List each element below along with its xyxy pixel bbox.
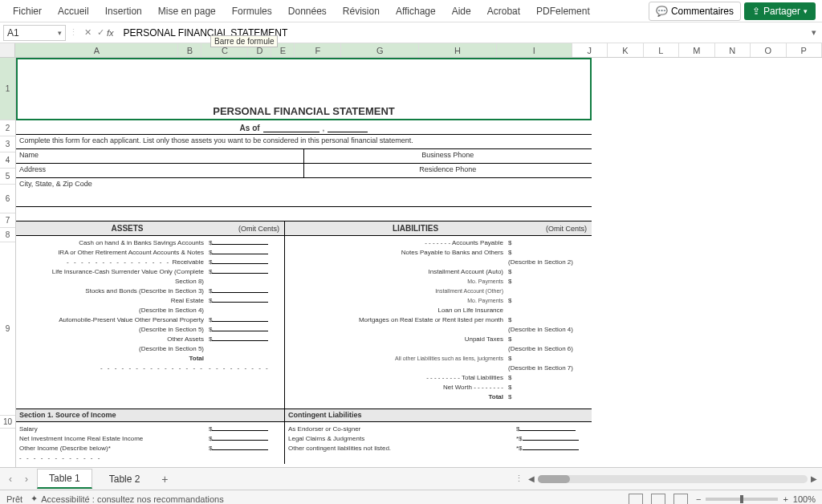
business-phone-field: Business Phone — [304, 149, 592, 163]
scroll-options-icon[interactable]: ⋮ — [515, 474, 523, 484]
grid[interactable]: PERSONAL FINANCIAL STATEMENT As of , Com… — [16, 58, 822, 467]
instructions: Complete this form for each applicant. L… — [16, 135, 592, 149]
formula-bar: A1▾ ⋮ ✕ ✓ fx ▾ Barre de formule — [0, 22, 822, 43]
share-button[interactable]: ⇪Partager▾ — [744, 2, 816, 20]
row-header-8[interactable]: 8 — [0, 228, 15, 242]
section-1-header: Section 1. Source of Income Contingent L… — [16, 409, 592, 422]
status-bar: Prêt ✦Accessibilité : consultez nos reco… — [0, 490, 822, 504]
income-body: Salary$ Net Investment Income Real Estat… — [16, 422, 592, 464]
address-field: Address — [16, 164, 304, 177]
document-content: PERSONAL FINANCIAL STATEMENT As of , Com… — [16, 58, 592, 464]
col-header-f[interactable]: F — [295, 43, 341, 57]
menu-insert[interactable]: Insertion — [99, 2, 149, 20]
row-header-3[interactable]: 3 — [0, 136, 15, 152]
horizontal-scrollbar[interactable]: ◀ ▶ — [528, 474, 817, 483]
zoom-slider[interactable] — [706, 498, 778, 501]
menu-view[interactable]: Affichage — [389, 2, 442, 20]
row-header-9[interactable]: 9 — [0, 242, 15, 416]
row-header-10[interactable]: 10 — [0, 416, 15, 429]
accept-formula-button[interactable]: ✓ — [94, 27, 107, 38]
zoom-control: − + 100% — [696, 494, 816, 504]
sheet-area: 1 2 3 4 5 6 7 8 9 10 PERSONAL FINANCIAL … — [0, 58, 822, 467]
scroll-right-icon[interactable]: ▶ — [811, 474, 817, 483]
menu-help[interactable]: Aide — [446, 2, 478, 20]
row-header-2[interactable]: 2 — [0, 120, 15, 136]
col-header-p[interactable]: P — [787, 43, 822, 57]
menu-review[interactable]: Révision — [336, 2, 386, 20]
assets-column: Cash on hand & in Banks Savings Accounts… — [16, 236, 285, 408]
sheet-tab-table1[interactable]: Table 1 — [37, 469, 92, 489]
doc-title[interactable]: PERSONAL FINANCIAL STATEMENT — [16, 58, 592, 120]
add-sheet-button[interactable]: + — [157, 473, 173, 486]
liabilities-column: - - - - - - - Accounts Payable$ Notes Pa… — [285, 236, 592, 408]
col-header-g[interactable]: G — [341, 43, 419, 57]
residence-phone-field: Residence Phone — [304, 164, 592, 177]
cancel-formula-button[interactable]: ✕ — [81, 27, 94, 38]
zoom-level[interactable]: 100% — [793, 494, 816, 504]
view-normal-icon[interactable] — [629, 494, 643, 505]
menu-data[interactable]: Données — [282, 2, 333, 20]
tab-next-button[interactable]: › — [21, 474, 32, 485]
name-field: Name — [16, 149, 304, 163]
col-header-b[interactable]: B — [178, 43, 201, 57]
sheet-tab-bar: ‹ › Table 1 Table 2 + ⋮ ◀ ▶ — [0, 467, 822, 490]
comments-button[interactable]: 💬Commentaires — [649, 2, 741, 21]
menu-layout[interactable]: Mise en page — [152, 2, 222, 20]
city-state-zip-field: City, State, & Zip Code — [16, 178, 592, 206]
col-header-k[interactable]: K — [608, 43, 643, 57]
tab-prev-button[interactable]: ‹ — [5, 474, 16, 485]
status-ready: Prêt — [6, 494, 22, 504]
col-header-o[interactable]: O — [751, 43, 786, 57]
col-header-i[interactable]: I — [497, 43, 572, 57]
col-header-h[interactable]: H — [419, 43, 497, 57]
sheet-tab-table2[interactable]: Table 2 — [97, 469, 153, 489]
name-box[interactable]: A1▾ — [3, 25, 66, 41]
col-header-n[interactable]: N — [715, 43, 751, 57]
view-page-layout-icon[interactable] — [651, 494, 665, 505]
menu-formulas[interactable]: Formules — [226, 2, 279, 20]
zoom-in-button[interactable]: + — [783, 494, 787, 504]
comment-icon: 💬 — [656, 6, 668, 17]
row-header-1[interactable]: 1 — [0, 58, 15, 120]
menu-bar: Fichier Accueil Insertion Mise en page F… — [0, 0, 822, 22]
zoom-out-button[interactable]: − — [696, 494, 701, 504]
col-header-m[interactable]: M — [679, 43, 714, 57]
row-header-4[interactable]: 4 — [0, 152, 15, 169]
menu-file[interactable]: Fichier — [6, 2, 48, 20]
row-headers: 1 2 3 4 5 6 7 8 9 10 — [0, 58, 16, 467]
scrollbar-thumb[interactable] — [538, 475, 570, 483]
assets-liabilities-header: ASSETS(Omit Cents) LIABILITIES(Omit Cent… — [16, 222, 592, 236]
col-header-l[interactable]: L — [644, 43, 679, 57]
view-page-break-icon[interactable] — [673, 494, 688, 505]
assets-liabilities-body: Cash on hand & in Banks Savings Accounts… — [16, 236, 592, 409]
expand-formula-button[interactable]: ▾ — [806, 27, 822, 38]
share-icon: ⇪ — [752, 6, 760, 17]
formula-bar-tooltip: Barre de formule — [210, 35, 278, 47]
asof-row: As of , — [16, 120, 592, 135]
fx-icon[interactable]: fx — [107, 28, 114, 38]
row-header-5[interactable]: 5 — [0, 169, 15, 185]
menu-acrobat[interactable]: Acrobat — [481, 2, 527, 20]
row-header-6[interactable]: 6 — [0, 185, 15, 213]
accessibility-button[interactable]: ✦Accessibilité : consultez nos recommand… — [31, 494, 223, 504]
select-all-corner[interactable] — [0, 43, 15, 57]
col-header-j[interactable]: J — [572, 43, 608, 57]
col-header-a[interactable]: A — [15, 43, 178, 57]
column-headers: A B C D E F G H I J K L M N O P — [0, 43, 822, 58]
chevron-down-icon: ▾ — [804, 7, 808, 15]
menu-home[interactable]: Accueil — [51, 2, 96, 20]
row-header-7[interactable]: 7 — [0, 213, 15, 228]
accessibility-icon: ✦ — [31, 494, 38, 504]
menu-pdfelement[interactable]: PDFelement — [530, 2, 596, 20]
chevron-down-icon[interactable]: ▾ — [58, 29, 62, 37]
scroll-left-icon[interactable]: ◀ — [528, 474, 535, 483]
